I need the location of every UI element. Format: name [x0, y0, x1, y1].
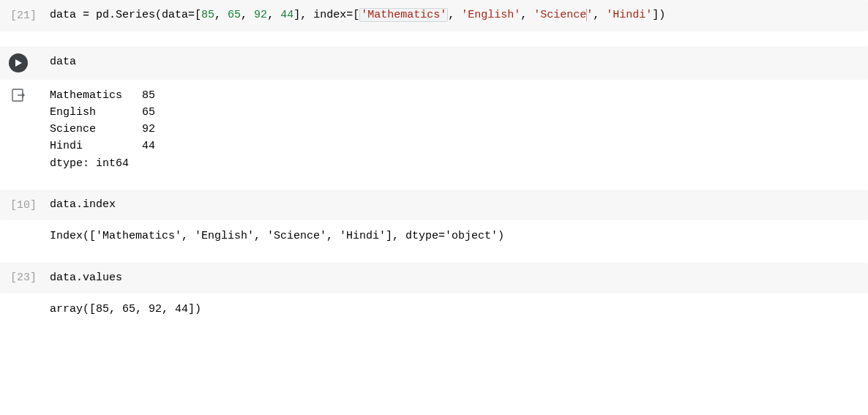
- code-editor[interactable]: data.values: [50, 270, 858, 287]
- code-editor[interactable]: data = pd.Series(data=[85, 65, 92, 44], …: [50, 7, 858, 24]
- notebook-cell: [10] data.index Index(['Mathematics', 'E…: [0, 190, 868, 248]
- highlighted-text: 'Mathematics': [359, 8, 448, 22]
- code-editor[interactable]: data: [50, 54, 858, 71]
- code-input-row[interactable]: [10] data.index: [0, 190, 868, 221]
- output-row: Mathematics 85 English 65 Science 92 Hin…: [0, 80, 868, 175]
- output-row: array([85, 65, 92, 44]): [0, 294, 868, 321]
- execution-count: [21]: [10, 10, 50, 22]
- output-text: Index(['Mathematics', 'English', 'Scienc…: [50, 228, 858, 244]
- output-arrow-icon: [12, 89, 26, 102]
- code-input-row[interactable]: [23] data.values: [0, 263, 868, 294]
- output-icon-col: [10, 87, 50, 102]
- notebook-cell: data Mathematics 85 English 65 Science 9…: [0, 46, 868, 175]
- notebook-cell: [21] data = pd.Series(data=[85, 65, 92, …: [0, 0, 868, 31]
- output-text: array([85, 65, 92, 44]): [50, 301, 858, 318]
- notebook-cell: [23] data.values array([85, 65, 92, 44]): [0, 263, 868, 321]
- code-editor[interactable]: data.index: [50, 197, 858, 214]
- play-icon: [14, 59, 23, 67]
- code-input-row[interactable]: data: [0, 46, 868, 80]
- execution-count: [23]: [10, 272, 50, 284]
- output-row: Index(['Mathematics', 'English', 'Scienc…: [0, 220, 868, 247]
- run-button-container: [10, 53, 50, 72]
- run-cell-button[interactable]: [9, 53, 28, 72]
- code-input-row[interactable]: [21] data = pd.Series(data=[85, 65, 92, …: [0, 0, 868, 31]
- execution-count: [10]: [10, 199, 50, 212]
- output-text: Mathematics 85 English 65 Science 92 Hin…: [50, 87, 858, 172]
